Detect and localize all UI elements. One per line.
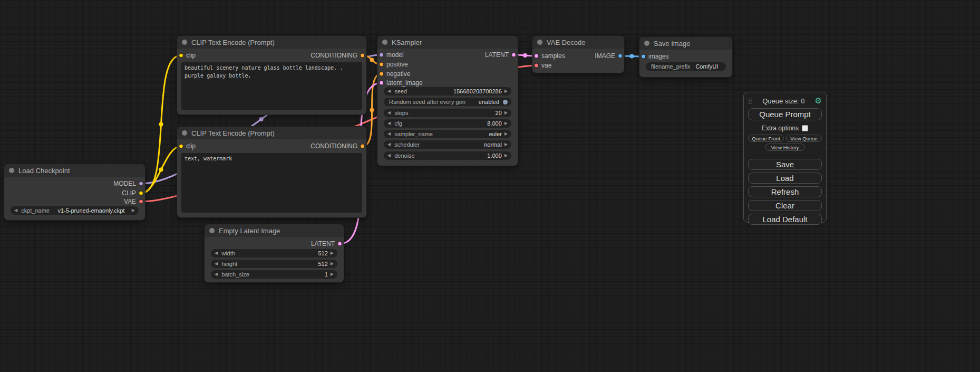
wire-midpoint-conditioning-negative: [370, 108, 374, 112]
widget-value: enabled: [469, 99, 502, 105]
clip-output-dot[interactable]: [139, 191, 143, 196]
node-title: Load Checkpoint: [18, 167, 70, 175]
decrement-arrow-icon[interactable]: ◀: [215, 270, 218, 279]
batch-size-widget[interactable]: ◀ batch_size 1 ▶: [211, 270, 337, 279]
refresh-button[interactable]: Refresh: [748, 186, 822, 197]
positive-input-dot[interactable]: [379, 62, 384, 67]
decrement-arrow-icon[interactable]: ◀: [215, 249, 218, 257]
latent-output-dot[interactable]: [511, 53, 516, 58]
toggle-on-dot-icon[interactable]: [503, 100, 508, 104]
height-widget[interactable]: ◀ height 512 ▶: [211, 260, 337, 268]
node-title-bar[interactable]: Load Checkpoint: [4, 164, 145, 177]
widget-name: filename_prefix: [651, 63, 691, 70]
increment-arrow-icon[interactable]: ▶: [504, 140, 508, 149]
load-default-button[interactable]: Load Default: [748, 214, 822, 225]
steps-widget[interactable]: ◀ steps 20 ▶: [384, 109, 511, 117]
load-workflow-button[interactable]: Load: [748, 173, 822, 184]
random-seed-toggle-widget[interactable]: Random seed after every gen enabled: [384, 98, 511, 106]
node-save-image[interactable]: Save Image images filename_prefix ComfyU…: [639, 37, 732, 77]
node-title-bar[interactable]: CLIP Text Encode (Prompt): [177, 127, 366, 139]
decrement-arrow-icon[interactable]: ◀: [215, 260, 218, 268]
queue-size-label: Queue size: 0: [762, 97, 804, 105]
decrement-arrow-icon[interactable]: ◀: [14, 206, 17, 215]
input-slot-negative: negative: [377, 70, 518, 78]
node-clip-text-encode-positive[interactable]: CLIP Text Encode (Prompt) clip CONDITION…: [177, 36, 366, 115]
graph-canvas[interactable]: Load Checkpoint MODEL CLIP VAE ◀ ckpt_na…: [0, 0, 980, 372]
positive-prompt-textarea[interactable]: beautiful scenery nature glass bottle la…: [181, 62, 362, 110]
decrement-arrow-icon[interactable]: ◀: [387, 109, 391, 117]
output-slot-clip: CLIP: [4, 189, 145, 197]
node-vae-decode[interactable]: VAE Decode samples vae IMAGE: [532, 36, 624, 73]
latent-output-dot[interactable]: [337, 242, 342, 246]
widget-value: 512: [239, 250, 331, 256]
collapse-dot-icon[interactable]: [9, 168, 14, 173]
conditioning-output-dot[interactable]: [360, 144, 365, 149]
latent-image-input-dot[interactable]: [379, 81, 384, 85]
width-widget[interactable]: ◀ width 512 ▶: [211, 249, 337, 257]
collapse-dot-icon[interactable]: [644, 41, 649, 46]
drag-handle-icon[interactable]: ⣿: [748, 98, 752, 104]
negative-prompt-textarea[interactable]: text, watermark: [181, 153, 362, 213]
node-ksampler[interactable]: KSampler model positive negative latent_…: [377, 36, 518, 166]
increment-arrow-icon[interactable]: ▶: [331, 249, 334, 257]
queue-front-button[interactable]: Queue Front: [748, 135, 784, 142]
increment-arrow-icon[interactable]: ▶: [504, 151, 508, 160]
increment-arrow-icon[interactable]: ▶: [504, 87, 508, 96]
collapse-dot-icon[interactable]: [382, 40, 387, 45]
increment-arrow-icon[interactable]: ▶: [504, 109, 508, 117]
cfg-widget[interactable]: ◀ cfg 8.000 ▶: [384, 119, 511, 128]
node-clip-text-encode-negative[interactable]: CLIP Text Encode (Prompt) clip CONDITION…: [177, 127, 366, 217]
decrement-arrow-icon[interactable]: ◀: [387, 151, 391, 160]
increment-arrow-icon[interactable]: ▶: [504, 119, 508, 128]
queue-panel-header: ⣿ Queue size: 0 ⚙: [748, 96, 822, 106]
negative-input-dot[interactable]: [379, 72, 384, 77]
save-workflow-button[interactable]: Save: [748, 159, 822, 170]
decrement-arrow-icon[interactable]: ◀: [387, 130, 391, 138]
slot-label: CONDITIONING: [311, 52, 357, 59]
collapse-dot-icon[interactable]: [537, 40, 542, 45]
view-queue-button[interactable]: View Queue: [786, 135, 822, 142]
increment-arrow-icon[interactable]: ▶: [504, 130, 508, 138]
vae-output-dot[interactable]: [139, 199, 143, 204]
node-title-bar[interactable]: Empty Latent Image: [205, 224, 344, 237]
collapse-dot-icon[interactable]: [209, 228, 215, 233]
decrement-arrow-icon[interactable]: ◀: [387, 119, 391, 128]
output-slot-image: IMAGE: [532, 52, 624, 60]
widget-value: 512: [241, 261, 331, 267]
node-title: Save Image: [654, 40, 690, 47]
collapse-dot-icon[interactable]: [182, 130, 187, 136]
increment-arrow-icon[interactable]: ▶: [331, 260, 334, 268]
clear-button[interactable]: Clear: [748, 200, 822, 211]
seed-widget[interactable]: ◀ seed 156680208700286 ▶: [384, 87, 511, 96]
image-output-dot[interactable]: [618, 54, 623, 59]
node-title-bar[interactable]: KSampler: [377, 36, 518, 49]
slot-label: IMAGE: [595, 52, 615, 60]
decrement-arrow-icon[interactable]: ◀: [387, 87, 391, 96]
node-title-bar[interactable]: VAE Decode: [532, 36, 624, 49]
widget-value: normal: [423, 141, 504, 148]
widget-name: batch_size: [221, 271, 249, 278]
node-empty-latent-image[interactable]: Empty Latent Image LATENT ◀ width 512 ▶ …: [205, 224, 344, 282]
extra-options-checkbox[interactable]: [802, 125, 808, 131]
node-load-checkpoint[interactable]: Load Checkpoint MODEL CLIP VAE ◀ ckpt_na…: [4, 164, 145, 220]
node-title-bar[interactable]: Save Image: [639, 37, 732, 50]
increment-arrow-icon[interactable]: ▶: [132, 206, 135, 215]
settings-gear-icon[interactable]: ⚙: [815, 96, 822, 106]
view-history-button[interactable]: View History: [765, 144, 805, 151]
sampler-name-widget[interactable]: ◀ sampler_name euler ▶: [384, 130, 511, 138]
queue-prompt-button[interactable]: Queue Prompt: [748, 108, 822, 120]
model-output-dot[interactable]: [139, 182, 143, 186]
collapse-dot-icon[interactable]: [182, 40, 187, 45]
ckpt-name-widget[interactable]: ◀ ckpt_name v1-5-pruned-emaonly.ckpt ▶: [11, 206, 139, 215]
decrement-arrow-icon[interactable]: ◀: [387, 140, 391, 149]
denoise-widget[interactable]: ◀ denoise 1.000 ▶: [384, 151, 511, 160]
increment-arrow-icon[interactable]: ▶: [331, 270, 334, 279]
node-title-bar[interactable]: CLIP Text Encode (Prompt): [177, 36, 366, 49]
filename-prefix-widget[interactable]: filename_prefix ComfyUI: [646, 62, 726, 71]
conditioning-output-dot[interactable]: [360, 53, 365, 58]
output-slot-latent: LATENT: [205, 240, 344, 248]
scheduler-widget[interactable]: ◀ scheduler normal ▶: [384, 140, 511, 149]
images-input-dot[interactable]: [641, 54, 646, 59]
vae-input-dot[interactable]: [534, 63, 539, 68]
widget-value: v1-5-pruned-emaonly.ckpt: [53, 207, 132, 214]
